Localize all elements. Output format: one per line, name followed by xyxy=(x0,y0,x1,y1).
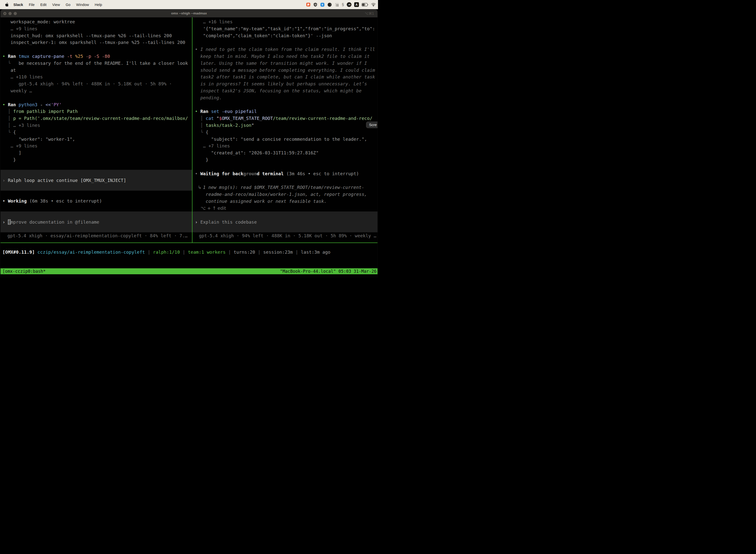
terminal-line: │ p = Path('.omx/state/team/review-curre… xyxy=(2,115,192,122)
terminal-line xyxy=(2,94,192,101)
menu-bar: Slack File Edit View Go Window Help § ..… xyxy=(0,0,378,9)
terminal-line: continue assigned work or next feasible … xyxy=(195,198,378,205)
terminal-line: } xyxy=(195,156,378,163)
terminal-line: } xyxy=(2,156,192,163)
tmux-status-bar: [omx-cczip0:bash* "MacBook-Pro-44.local"… xyxy=(0,268,378,274)
left-prompt-placeholder: › Improve documentation in @filename xyxy=(0,219,99,225)
input-source-icon[interactable]: A xyxy=(354,2,359,7)
menu-view[interactable]: View xyxy=(52,3,60,7)
terminal-line: ] xyxy=(2,150,192,156)
terminal-line: is in progress? It seems likely but perh… xyxy=(195,80,378,88)
tmux-host-clock: "MacBook-Pro-44.local" 05:03 31-Mar-26 xyxy=(280,268,377,274)
right-prompt-input[interactable]: › Explain this codebase xyxy=(192,212,378,232)
terminal-line: later. Using the same for transition mig… xyxy=(195,60,378,67)
terminal-line: "completed","claim_token":"claim-token"}… xyxy=(195,32,378,39)
left-agent-status-line: gpt-5.4 xhigh · essay/ai-reimplementatio… xyxy=(7,232,188,239)
terminal-line: readme-and-reco/mailbox/worker-1.json, a… xyxy=(195,191,378,198)
terminal-line: task2 after task1 is complete, but can I… xyxy=(195,73,378,80)
terminal-line: … +110 lines xyxy=(2,73,192,80)
terminal-line: … +7 lines xyxy=(195,143,378,150)
terminal-line xyxy=(195,163,378,170)
terminal-line: "subject": "send a concise recommendatio… xyxy=(195,136,378,143)
terminal-line: "created_at": "2026-03-31T11:59:27.816Z" xyxy=(195,150,378,156)
terminal-line: … +9 lines xyxy=(2,25,192,32)
tmux-pane-right[interactable]: … +16 lines '{"team_name":"my-team","tas… xyxy=(192,17,378,242)
wifi-icon[interactable] xyxy=(371,3,376,6)
menu-status-icons: § ..61 A xyxy=(306,2,378,7)
tmux-pane-left[interactable]: workspace_mode: worktree … +9 lines insp… xyxy=(0,17,192,242)
terminal-line xyxy=(2,46,192,53)
right-prompt-placeholder: › Explain this codebase xyxy=(192,219,257,225)
terminal-line xyxy=(195,177,378,184)
terminal-line: ⌥ + ↑ edit xyxy=(195,205,378,212)
terminal-line: └ be necessary for the end of the README… xyxy=(2,60,192,67)
left-pane-output: workspace_mode: worktree … +9 lines insp… xyxy=(0,17,192,163)
terminal-line: workspace_mode: worktree xyxy=(2,18,192,25)
menu-edit[interactable]: Edit xyxy=(41,3,47,7)
right-pane-output: … +16 lines '{"team_name":"my-team","tas… xyxy=(192,17,378,212)
battery-charging-icon[interactable] xyxy=(362,3,368,6)
dots-grid-icon[interactable] xyxy=(334,2,339,7)
zoom-button[interactable] xyxy=(14,12,17,15)
terminal-window: omx --xhigh --madmax ⌥⌘1 workspace_mode:… xyxy=(0,9,378,277)
terminal-line: │ cat "$OMX_TEAM_STATE_ROOT/team/review-… xyxy=(195,115,378,122)
right-agent-status-line: gpt-5.4 xhigh · 94% left · 488K in · 5.1… xyxy=(199,232,376,239)
menu-help[interactable]: Help xyxy=(95,3,102,7)
terminal-line: … +9 lines xyxy=(2,143,192,150)
menu-go[interactable]: Go xyxy=(66,3,70,7)
window-shortcut-hint: ⌥⌘1 xyxy=(365,9,374,17)
terminal-line: should send a message before completing … xyxy=(195,67,378,74)
blue-bolt-app-icon[interactable] xyxy=(320,2,325,7)
moon-circle-icon[interactable] xyxy=(327,2,332,7)
terminal-line: pending. xyxy=(195,94,378,101)
shield-grid-icon[interactable] xyxy=(313,2,317,7)
terminal-line: • I need to get the claim token from the… xyxy=(195,46,378,53)
app-menu-slack[interactable]: Slack xyxy=(13,2,23,7)
terminal-line: • Ran python3 - <<'PY' xyxy=(2,101,192,108)
ralph-status-panel: › Ralph loop active continue [OMX_TMUX_I… xyxy=(0,170,192,190)
omx-status-line: [OMX#0.11.9] cczip/essay/ai-reimplementa… xyxy=(2,249,330,256)
terminal-line: └ { xyxy=(2,129,192,136)
menu-window[interactable]: Window xyxy=(76,3,89,7)
close-button[interactable] xyxy=(3,12,6,15)
terminal-line: │ from pathlib import Path xyxy=(2,108,192,115)
menu-file[interactable]: File xyxy=(29,3,35,7)
window-title: omx --xhigh --madmax xyxy=(171,9,207,17)
terminal-line: • Ran tmux capture-pane -t %25 -p -S -80 xyxy=(2,53,192,60)
ralph-status-text: › Ralph loop active continue [OMX_TMUX_I… xyxy=(0,178,126,183)
left-prompt-input[interactable]: › Improve documentation in @filename xyxy=(0,212,192,232)
terminal-line: │ … +3 lines xyxy=(2,122,192,129)
squiggle-icon[interactable]: § xyxy=(342,2,344,7)
tmux-panes: workspace_mode: worktree … +9 lines insp… xyxy=(0,17,378,243)
terminal-line: └ { xyxy=(195,129,378,136)
terminal-line: │ tasks/task-2.json" xyxy=(195,122,378,129)
terminal-line: "worker": "worker-1", xyxy=(2,136,192,143)
terminal-line: inspect_hud: omx sparkshell --tmux-pane … xyxy=(2,32,192,39)
terminal-line: • Ran set -euo pipefail xyxy=(195,108,378,115)
terminal-line: gpt-5.4 xhigh · 94% left · 488K in · 5.1… xyxy=(2,80,192,88)
terminal-line: at xyxy=(2,67,192,74)
terminal-line: inspect task2's JSON, focusing on the st… xyxy=(195,88,378,94)
working-status: • Working (6m 38s • esc to interrupt) xyxy=(2,198,102,205)
chat-app-icon[interactable] xyxy=(306,2,311,7)
apple-menu[interactable] xyxy=(5,2,9,7)
terminal-line: inspect_worker-1: omx sparkshell --tmux-… xyxy=(2,39,192,46)
screen-tooltip: Scre xyxy=(366,122,378,128)
terminal-line: '{"team_name":"my-team","task_id":"1","f… xyxy=(195,25,378,32)
terminal-line: • Waiting for background terminal (3m 46… xyxy=(195,170,378,177)
window-title-bar[interactable]: omx --xhigh --madmax ⌥⌘1 xyxy=(0,9,378,17)
terminal-line: keep that in mind. Maybe I also need the… xyxy=(195,53,378,60)
terminal-line xyxy=(195,101,378,108)
terminal-line xyxy=(195,39,378,46)
apple-logo-icon xyxy=(5,2,9,7)
minimize-button[interactable] xyxy=(8,12,12,15)
terminal-line: ↳ 1 new msg(s): read $OMX_TEAM_STATE_ROO… xyxy=(195,184,378,191)
terminal-line: weekly … xyxy=(2,88,192,94)
badge-61-icon[interactable]: ..61 xyxy=(347,2,352,7)
terminal-line: … +16 lines xyxy=(195,18,378,25)
tmux-session-label: [omx-cczip0:bash* xyxy=(2,268,46,274)
